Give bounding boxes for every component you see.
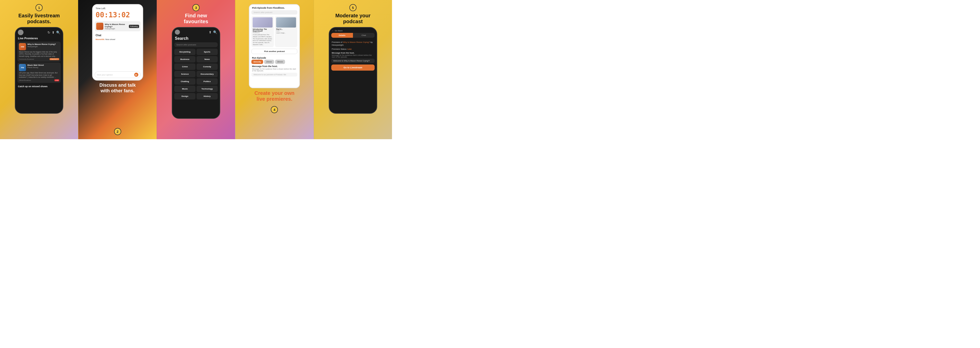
phone-mockup-1: ↻ ⬆ 🔍 Live Premieres HW Why Is Mason Ree… xyxy=(15,27,63,114)
header-icons-3: ⬆ 🔍 xyxy=(209,30,217,34)
podcast-card-1[interactable]: HW Why Is Mason Reese Crying? Heavyweigh… xyxy=(18,41,61,62)
header-icons: ↻ ⬆ 🔍 xyxy=(48,31,60,35)
ep-card-thumb-1 xyxy=(253,17,272,27)
back-button[interactable]: ← Go Back xyxy=(329,27,377,33)
upload-icon[interactable]: ⬆ xyxy=(52,31,55,35)
podcast-info-2: Black Wall Street Planet Money xyxy=(27,64,44,68)
details-chat-tabs: Details Chat xyxy=(331,33,375,38)
panel-5: 5 Moderate yourpodcast ← Go Back Details… xyxy=(313,0,392,139)
step-badge-4: 4 xyxy=(271,106,278,113)
premiere-info: Premiere of Why Is Mason Reese Crying? b… xyxy=(329,40,377,47)
avatar-3 xyxy=(175,30,180,35)
chat-label: Chat xyxy=(93,33,143,38)
step-badge-2: 2 xyxy=(114,128,121,135)
send-button[interactable]: ▶ xyxy=(134,73,138,77)
host-msg-desc-5: Message for the audience that is shown b… xyxy=(329,54,377,59)
pick-episode-title: Pick Episode from Floodlines. xyxy=(249,5,299,10)
genre-music[interactable]: Music xyxy=(174,85,196,92)
episode-cards: Introducing: The Experiment Floodlines A… xyxy=(249,16,299,47)
timer-display: 00:13:02 xyxy=(93,10,143,20)
ep-thumb xyxy=(96,23,103,30)
panel-4-headline: Create your ownlive premieres. xyxy=(255,90,294,102)
phone-1-header: ↻ ⬆ 🔍 xyxy=(15,27,63,36)
phone-mockup-5: ← Go Back Details Chat Premiere of Why I… xyxy=(329,27,377,114)
ep-info: Why Is Mason Reese Crying? Heavyweight xyxy=(105,23,127,30)
chat-input-row[interactable]: Give your opinion ▶ xyxy=(95,71,141,78)
genre-sports[interactable]: Sports xyxy=(197,49,218,55)
run-options: Directly 15min 30min xyxy=(249,60,299,64)
run-directly[interactable]: Directly xyxy=(251,60,263,64)
ep-card-thumb-2 xyxy=(276,17,296,27)
time-left-label: Time Left: xyxy=(93,5,143,10)
genre-crime[interactable]: Crime xyxy=(174,63,196,70)
panel-3-headline: Find newfavourites xyxy=(184,13,208,24)
genre-design[interactable]: Design xyxy=(174,93,196,100)
catch-up-section: Catch up on missed shows xyxy=(15,84,63,88)
panel-5-headline: Moderate yourpodcast xyxy=(335,13,371,24)
run-30min[interactable]: 30min xyxy=(275,60,285,64)
genre-history[interactable]: History xyxy=(197,93,218,100)
host-msg-label: Message from the host. xyxy=(249,64,299,68)
chat-message: Marwii96: Nice show! xyxy=(93,38,143,41)
genre-documentary[interactable]: Documentary xyxy=(197,71,218,77)
panel-2: Time Left: 00:13:02 Why Is Mason Reese C… xyxy=(78,0,156,139)
phone-mockup-3: ⬆ 🔍 Search Search after podcasts Storyte… xyxy=(172,27,220,119)
podcast-search[interactable]: Search after podcast xyxy=(251,10,298,14)
genre-politics[interactable]: Politics xyxy=(197,78,218,85)
step-badge-5: 5 xyxy=(349,4,356,11)
phone-3-header: ⬆ 🔍 xyxy=(172,27,220,36)
go-to-livestream-button[interactable]: Go to Livestream xyxy=(331,65,375,71)
phone-mockup-2: Time Left: 00:13:02 Why Is Mason Reese C… xyxy=(92,4,143,81)
genre-chatting[interactable]: Chatting xyxy=(174,78,196,85)
premiere-status: Premiere Status: Live xyxy=(329,47,377,51)
refresh-icon[interactable]: ↻ xyxy=(48,31,50,35)
search-icon[interactable]: 🔍 xyxy=(56,31,60,35)
genre-business[interactable]: Business xyxy=(174,56,196,62)
search-box[interactable]: Search after podcasts xyxy=(174,42,218,47)
pick-another-btn[interactable]: Pick another podcast xyxy=(251,49,298,54)
tab-details[interactable]: Details xyxy=(331,33,353,38)
back-arrow-icon: ← xyxy=(332,30,334,32)
genre-news[interactable]: News xyxy=(197,56,218,62)
follow-button[interactable]: Following xyxy=(129,25,139,28)
genre-comedy[interactable]: Comedy xyxy=(197,63,218,70)
genre-science[interactable]: Science xyxy=(174,71,196,77)
panel-3: 3 Find newfavourites ⬆ 🔍 Search Search a… xyxy=(157,0,235,139)
panel-1-headline: Easily livestreampodcasts. xyxy=(18,13,60,24)
search-icon-3[interactable]: 🔍 xyxy=(213,30,217,34)
upload-icon-3[interactable]: ⬆ xyxy=(209,30,212,34)
episode-row: Why Is Mason Reese Crying? Heavyweight F… xyxy=(95,21,141,32)
step-badge-1: 1 xyxy=(35,4,43,11)
run-15min[interactable]: 15min xyxy=(264,60,274,64)
podcast-thumb-1: HW xyxy=(19,43,26,50)
phone-mockup-4: Pick Episode from Floodlines. Search aft… xyxy=(249,4,300,88)
panel-2-headline: Discuss and talkwith other fans. xyxy=(100,82,136,93)
host-msg-box[interactable]: Welcome to Why Is Mason Reese Crying?! xyxy=(331,59,375,63)
search-title: Search xyxy=(172,36,220,42)
host-msg-label-5: Message from the host. xyxy=(329,51,377,54)
podcast-card-2[interactable]: PM Black Wall Street Planet Money 100 ye… xyxy=(18,62,61,82)
panel-1: 1 Easily livestreampodcasts. ↻ ⬆ 🔍 Live … xyxy=(0,0,78,139)
genre-grid: Storytelling Sports Business News Crime … xyxy=(172,49,220,100)
section-live-premieres: Live Premieres xyxy=(15,36,63,41)
genre-storytelling[interactable]: Storytelling xyxy=(174,49,196,55)
run-episode-label: Run Episode xyxy=(249,55,299,60)
podcast-info-1: Why Is Mason Reese Crying? Heavyweight xyxy=(27,43,56,47)
host-msg-desc: Message for the audience that is shown b… xyxy=(249,68,299,72)
step-badge-3: 3 xyxy=(192,4,200,11)
avatar xyxy=(18,30,24,35)
host-msg-input[interactable]: Welcome to our premiere of Podcast. We xyxy=(251,73,298,76)
podcast-thumb-2: PM xyxy=(19,64,26,71)
chat-area xyxy=(93,41,143,70)
panel-4: Pick Episode from Floodlines. Search aft… xyxy=(235,0,313,139)
episode-card-2[interactable]: Part 2... itself... Learn mega... xyxy=(275,16,298,47)
tab-chat[interactable]: Chat xyxy=(353,33,375,38)
premiere-title: Why Is Mason Reese Crying? xyxy=(343,41,370,43)
episode-card-1[interactable]: Introducing: The Experiment Floodlines A… xyxy=(251,16,274,47)
genre-technology[interactable]: Technology xyxy=(197,85,218,92)
